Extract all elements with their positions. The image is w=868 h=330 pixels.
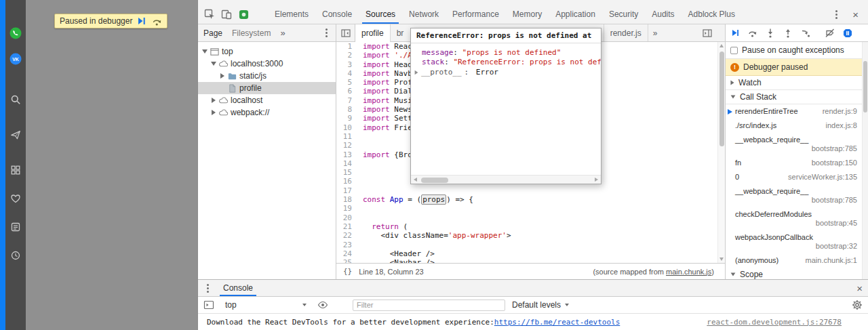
line-number[interactable]: 11 [336, 132, 357, 141]
line-number[interactable]: 5 [336, 78, 357, 87]
hide-navigator-icon[interactable] [336, 24, 355, 41]
call-stack-frame-0[interactable]: 0serviceWorker.js:135 [726, 170, 868, 184]
scope-section-header[interactable]: Scope [726, 268, 868, 279]
devtools-tab-adblock-plus[interactable]: Adblock Plus [682, 5, 742, 24]
console-settings-gear-icon[interactable] [852, 300, 863, 310]
scroll-left-icon[interactable] [414, 178, 417, 182]
line-number[interactable]: 3 [336, 60, 357, 69]
line-number[interactable]: 8 [336, 105, 357, 114]
editor-scrollbar[interactable] [717, 42, 725, 263]
expander-icon[interactable] [218, 73, 226, 79]
deactivate-breakpoints-icon[interactable] [825, 28, 835, 39]
line-number[interactable]: 20 [336, 213, 357, 222]
line-number[interactable]: 19 [336, 204, 357, 213]
sidebar-scrollbar-thumb[interactable] [863, 61, 867, 112]
history-icon[interactable] [9, 249, 22, 262]
line-number[interactable]: 1 [336, 42, 357, 51]
line-number[interactable]: 14 [336, 159, 357, 168]
scroll-up-icon[interactable] [719, 44, 724, 47]
tab-page[interactable]: Page [203, 28, 222, 38]
search-icon[interactable] [9, 94, 22, 106]
pretty-print-icon[interactable]: {} [343, 267, 352, 276]
live-expression-eye-icon[interactable] [317, 300, 328, 310]
line-number[interactable]: 7 [336, 96, 357, 105]
tab-filesystem[interactable]: Filesystem [232, 28, 271, 38]
devtools-tab-audits[interactable]: Audits [645, 5, 681, 24]
devtools-tab-elements[interactable]: Elements [268, 5, 315, 24]
vk-icon[interactable]: VK [9, 53, 22, 65]
line-number[interactable]: 18 [336, 195, 357, 204]
devtools-tab-performance[interactable]: Performance [446, 5, 506, 24]
console-message-source-link[interactable]: react-dom.development.js:27678 [707, 318, 859, 327]
send-icon[interactable] [9, 129, 22, 141]
resume-script-button[interactable] [137, 17, 147, 26]
devtools-tab-network[interactable]: Network [402, 5, 446, 24]
line-number[interactable]: 23 [336, 241, 357, 249]
console-sidebar-icon[interactable] [203, 300, 214, 310]
line-number[interactable]: 12 [336, 141, 357, 150]
drawer-menu-icon[interactable] [203, 283, 212, 293]
line-number[interactable]: 24 [336, 249, 357, 258]
source-map-link[interactable]: main.chunk.js [666, 268, 711, 276]
expander-icon[interactable] [210, 98, 217, 103]
line-number[interactable]: 4 [336, 69, 357, 78]
line-number[interactable]: 13 [336, 150, 357, 159]
popover-scrollbar-thumb[interactable] [421, 178, 448, 183]
tree-item-static-js[interactable]: static/js [198, 70, 336, 82]
tree-item-webpack[interactable]: webpack:// [198, 106, 336, 119]
line-number[interactable]: 15 [336, 168, 357, 177]
editor-tab-render-js[interactable]: render.js [604, 24, 648, 41]
tree-item-localhost[interactable]: localhost [198, 94, 336, 106]
log-levels-select[interactable]: Default levels [512, 300, 569, 310]
line-number[interactable]: 22 [336, 231, 357, 240]
line-number[interactable]: 9 [336, 114, 357, 123]
execution-context-select[interactable]: top [221, 300, 311, 310]
line-number[interactable]: 17 [336, 186, 357, 195]
watch-section-header[interactable]: Watch [726, 76, 868, 90]
step-icon[interactable] [800, 28, 811, 39]
line-number[interactable]: 25 [336, 258, 357, 263]
whatsapp-icon[interactable] [9, 27, 22, 39]
call-stack-section-header[interactable]: Call Stack [726, 90, 868, 104]
tree-item-profile[interactable]: profile [198, 82, 336, 94]
console-message-link[interactable]: https://fb.me/react-devtools [494, 318, 620, 327]
devtools-tab-sources[interactable]: Sources [359, 5, 402, 24]
call-stack-frame-rerenderentiretree[interactable]: rerenderEntireTreerender.js:9 [726, 104, 868, 119]
editor-tab-profile[interactable]: profile [355, 24, 391, 42]
tree-item-top[interactable]: top [198, 45, 336, 58]
hovered-variable[interactable]: props [421, 194, 446, 205]
sidebar-scrollbar[interactable] [862, 42, 868, 279]
extension-green-icon[interactable] [238, 9, 249, 20]
line-number[interactable]: 10 [336, 123, 357, 132]
devtools-close-icon[interactable]: × [852, 9, 859, 20]
drawer-close-icon[interactable]: × [856, 283, 863, 293]
line-number[interactable]: 16 [336, 177, 357, 186]
call-stack-frame-fn[interactable]: fnbootstrap:150 [726, 156, 868, 170]
pause-on-caught-checkbox[interactable] [730, 47, 738, 54]
devtools-tab-memory[interactable]: Memory [506, 5, 549, 24]
editor-scrollbar-thumb[interactable] [719, 51, 724, 146]
expand-proto-icon[interactable] [415, 70, 418, 74]
expander-icon[interactable] [210, 62, 217, 66]
devtools-tab-console[interactable]: Console [315, 5, 359, 24]
devtools-tab-application[interactable]: Application [549, 5, 602, 24]
devtools-menu-icon[interactable] [832, 9, 840, 20]
navigator-menu-icon[interactable] [322, 28, 330, 39]
call-stack-frame-checkdeferredmodules[interactable]: checkDeferredModulesbootstrap:45 [726, 207, 868, 230]
expander-icon[interactable] [210, 110, 217, 115]
editor-more-tabs-icon[interactable]: » [648, 24, 663, 41]
call-stack-frame-webpack-require[interactable]: __webpack_require__bootstrap:785 [726, 133, 868, 156]
scroll-right-icon[interactable] [595, 178, 598, 182]
call-stack-frame-webpackjsonpcallback[interactable]: webpackJsonpCallbackbootstrap:32 [726, 230, 868, 253]
scroll-down-icon[interactable] [719, 257, 724, 261]
line-number[interactable]: 2 [336, 51, 357, 60]
resume-icon[interactable] [730, 28, 741, 39]
devtools-tab-security[interactable]: Security [602, 5, 645, 24]
step-into-icon[interactable] [765, 28, 776, 39]
feed-icon[interactable] [9, 221, 22, 233]
call-stack-frame-webpack-require[interactable]: __webpack_require__bootstrap:785 [726, 184, 868, 207]
call-stack-frame-anonymous[interactable]: (anonymous)main.chunk.js:1 [726, 253, 868, 268]
tree-item-localhost-3000[interactable]: localhost:3000 [198, 58, 336, 70]
apps-grid-icon[interactable] [9, 164, 22, 176]
step-over-icon[interactable] [747, 28, 758, 39]
